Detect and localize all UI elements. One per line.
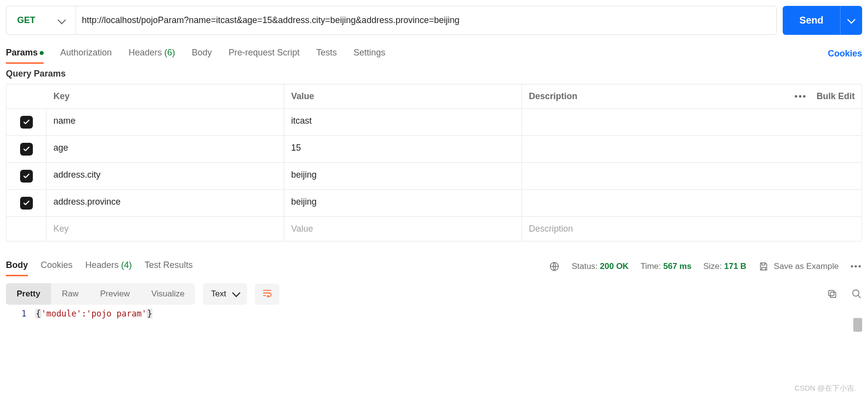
view-tab-raw[interactable]: Raw [51,283,89,305]
query-params-table: Key Value Description ••• Bulk Edit name… [6,84,862,241]
save-as-example-button[interactable]: Save as Example [758,261,839,272]
tab-params-label: Params [6,48,38,57]
param-key-placeholder[interactable]: Key [47,217,284,241]
brace-close: } [147,309,152,318]
svg-rect-2 [829,291,834,296]
more-icon[interactable]: ••• [794,91,807,102]
tab-tests[interactable]: Tests [316,44,337,64]
bulk-edit-button[interactable]: Bulk Edit [817,91,855,102]
save-icon [758,261,769,272]
cookies-link[interactable]: Cookies [828,49,862,59]
row-checkbox-empty [6,217,47,241]
response-tab-headers-label: Headers [85,260,119,270]
request-tabs: Params Authorization Headers (6) Body Pr… [6,44,385,64]
response-tab-cookies[interactable]: Cookies [41,256,73,276]
param-key-cell[interactable]: address.city [47,163,284,189]
table-header-description-label: Description [529,91,577,102]
send-button-dropdown[interactable] [840,6,862,35]
table-row: address.province beijing [6,190,862,217]
row-checkbox[interactable] [20,197,33,210]
param-value-cell[interactable]: itcast [284,109,522,135]
globe-icon[interactable] [549,261,560,272]
view-tab-preview[interactable]: Preview [89,283,140,305]
body-lang-select[interactable]: Text [203,283,247,305]
time-meta: Time: 567 ms [641,262,692,271]
tab-settings[interactable]: Settings [353,44,385,64]
chevron-down-icon [59,16,65,26]
body-view-tabs: Pretty Raw Preview Visualize [6,283,195,305]
param-key-cell[interactable]: age [47,136,284,162]
response-tabs: Body Cookies Headers (4) Test Results [6,256,193,276]
response-tab-headers-count: (4) [121,260,132,270]
search-icon[interactable] [851,289,862,299]
response-tab-body[interactable]: Body [6,256,28,276]
modified-dot-icon [40,51,44,55]
response-meta: Status: 200 OK Time: 567 ms Size: 171 B … [549,261,862,272]
response-body-code: 1 {'module':'pojo param'} [6,309,862,318]
chevron-down-icon [232,289,240,297]
method-url-bar: GET [6,6,777,35]
table-header-key: Key [47,84,284,108]
response-tab-tests[interactable]: Test Results [145,256,193,276]
row-checkbox[interactable] [20,170,33,183]
param-value-cell[interactable]: 15 [284,136,522,162]
param-value-placeholder[interactable]: Value [284,217,522,241]
view-tab-visualize[interactable]: Visualize [141,283,196,305]
http-method-label: GET [17,15,35,26]
table-header-description: Description ••• Bulk Edit [522,84,862,108]
tab-prerequest[interactable]: Pre-request Script [228,44,299,64]
save-example-label: Save as Example [774,262,839,271]
status-meta: Status: 200 OK [571,262,628,271]
param-description-cell[interactable] [522,163,862,189]
table-row: name itcast [6,109,862,136]
svg-point-3 [853,290,859,296]
scrollbar-thumb[interactable] [853,318,862,324]
tab-headers-count: (6) [164,48,175,57]
view-tab-pretty[interactable]: Pretty [6,283,51,305]
table-row-new: Key Value Description [6,217,862,241]
tab-params[interactable]: Params [6,44,44,64]
table-row: address.city beijing [6,163,862,190]
send-button[interactable]: Send [783,6,862,35]
tab-body[interactable]: Body [192,44,212,64]
wrap-lines-button[interactable] [255,284,279,305]
svg-rect-1 [830,292,836,297]
tab-headers[interactable]: Headers (6) [128,44,175,64]
param-key-cell[interactable]: address.province [47,190,284,216]
table-header-value: Value [284,84,522,108]
table-header-checkbox [6,84,47,108]
table-header-row: Key Value Description ••• Bulk Edit [6,84,862,109]
body-lang-label: Text [211,289,226,299]
param-description-cell[interactable] [522,136,862,162]
copy-icon[interactable] [827,289,838,299]
code-line[interactable]: {'module':'pojo param'} [35,309,152,318]
line-number: 1 [6,309,35,318]
param-description-placeholder[interactable]: Description [522,217,862,241]
tab-authorization[interactable]: Authorization [60,44,112,64]
row-checkbox[interactable] [20,143,33,156]
response-tab-headers[interactable]: Headers (4) [85,256,132,276]
query-params-title: Query Params [6,69,862,79]
code-content: 'module':'pojo param' [41,309,147,318]
param-value-cell[interactable]: beijing [284,190,522,216]
table-row: age 15 [6,136,862,163]
response-more-icon[interactable]: ••• [850,262,862,271]
brace-open: { [35,309,41,318]
row-checkbox[interactable] [20,116,33,129]
url-input[interactable] [76,6,776,34]
size-meta: Size: 171 B [703,262,746,271]
http-method-select[interactable]: GET [6,6,76,34]
send-button-label: Send [783,15,840,26]
param-value-cell[interactable]: beijing [284,163,522,189]
wrap-icon [262,289,273,297]
param-key-cell[interactable]: name [47,109,284,135]
param-description-cell[interactable] [522,190,862,216]
tab-headers-label: Headers [128,48,162,57]
param-description-cell[interactable] [522,109,862,135]
